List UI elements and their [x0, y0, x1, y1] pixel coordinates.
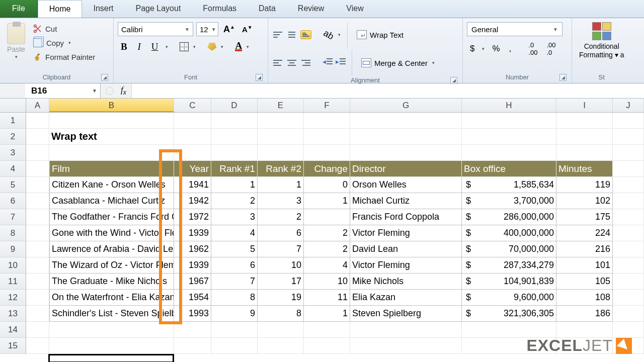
- cell[interactable]: [613, 177, 644, 193]
- cell[interactable]: [462, 113, 556, 129]
- fx-button[interactable]: fx: [121, 85, 126, 97]
- cell[interactable]: 9: [211, 306, 258, 322]
- cell[interactable]: Francis Ford Coppola: [350, 209, 462, 225]
- cell[interactable]: [211, 338, 258, 354]
- cell[interactable]: [174, 145, 211, 161]
- font-launcher[interactable]: ◢: [256, 74, 263, 81]
- cell[interactable]: [174, 113, 211, 129]
- cell[interactable]: 1962: [174, 241, 211, 257]
- cell[interactable]: 1967: [174, 274, 211, 290]
- cell[interactable]: Victor Fleming: [350, 225, 462, 241]
- cell[interactable]: [26, 177, 49, 193]
- cell[interactable]: 2: [304, 241, 350, 257]
- cell[interactable]: $9,600,000: [462, 290, 556, 306]
- tab-file[interactable]: File: [0, 0, 38, 18]
- cell[interactable]: Orson Welles: [350, 177, 462, 193]
- cell[interactable]: [613, 225, 644, 241]
- orientation-dropdown[interactable]: ▾: [337, 32, 342, 37]
- cell[interactable]: $287,334,279: [462, 257, 556, 274]
- accounting-format-button[interactable]: $: [467, 42, 477, 56]
- cell[interactable]: Elia Kazan: [350, 290, 462, 306]
- cell[interactable]: [49, 113, 174, 129]
- cell[interactable]: [26, 145, 49, 161]
- cell[interactable]: [26, 113, 49, 129]
- cell[interactable]: 1: [211, 177, 258, 193]
- cell[interactable]: 5: [211, 241, 258, 257]
- cell[interactable]: 108: [556, 290, 613, 306]
- cell[interactable]: 1: [258, 177, 304, 193]
- cell[interactable]: [350, 113, 462, 129]
- cell[interactable]: Change: [304, 161, 350, 177]
- cell[interactable]: [258, 129, 304, 145]
- cell[interactable]: [26, 306, 49, 322]
- orientation-button[interactable]: ab: [321, 28, 336, 42]
- cell[interactable]: Minutes: [556, 161, 613, 177]
- cell[interactable]: [211, 145, 258, 161]
- cell[interactable]: 8: [211, 290, 258, 306]
- row-header[interactable]: 11: [0, 274, 26, 290]
- cell[interactable]: [462, 322, 556, 338]
- cell[interactable]: [304, 113, 350, 129]
- cell[interactable]: [26, 257, 49, 274]
- cell[interactable]: 8: [258, 306, 304, 322]
- cell[interactable]: $104,901,839: [462, 274, 556, 290]
- cell[interactable]: [26, 129, 49, 145]
- cell[interactable]: $70,000,000: [462, 241, 556, 257]
- cell[interactable]: 216: [556, 241, 613, 257]
- row-header[interactable]: 5: [0, 177, 26, 193]
- cell[interactable]: [613, 209, 644, 225]
- cell[interactable]: [613, 322, 644, 338]
- merge-dropdown[interactable]: ▾: [431, 60, 436, 65]
- select-all-corner[interactable]: [0, 99, 26, 112]
- cell[interactable]: 3: [211, 209, 258, 225]
- align-middle-button[interactable]: [286, 30, 297, 39]
- cell[interactable]: 1: [304, 193, 350, 209]
- cell[interactable]: [174, 322, 211, 338]
- col-header-d[interactable]: D: [211, 99, 258, 112]
- cell[interactable]: Mike Nichols: [350, 274, 462, 290]
- col-header-g[interactable]: G: [350, 99, 462, 112]
- cell[interactable]: [556, 129, 613, 145]
- cell[interactable]: David Lean: [350, 241, 462, 257]
- increase-indent-button[interactable]: [337, 58, 347, 67]
- cell[interactable]: [174, 129, 211, 145]
- cell[interactable]: $286,000,000: [462, 209, 556, 225]
- cell[interactable]: Director: [350, 161, 462, 177]
- name-box[interactable]: B16: [25, 83, 101, 98]
- row-header[interactable]: 1: [0, 113, 26, 129]
- cell[interactable]: [258, 145, 304, 161]
- number-format-combo[interactable]: General▼: [467, 22, 562, 36]
- cell[interactable]: [26, 338, 49, 354]
- cell[interactable]: Steven Spielberg: [350, 306, 462, 322]
- tab-review[interactable]: Review: [287, 0, 335, 18]
- cell[interactable]: [556, 322, 613, 338]
- cell[interactable]: [613, 274, 644, 290]
- cell[interactable]: 19: [258, 290, 304, 306]
- cell[interactable]: Victor Fleming: [350, 257, 462, 274]
- cell[interactable]: 1972: [174, 209, 211, 225]
- cell[interactable]: [613, 193, 644, 209]
- tab-home[interactable]: Home: [38, 0, 83, 18]
- row-header[interactable]: 13: [0, 306, 26, 322]
- cell[interactable]: 186: [556, 306, 613, 322]
- cell[interactable]: 10: [304, 274, 350, 290]
- col-header-h[interactable]: H: [462, 99, 556, 112]
- cell[interactable]: [211, 113, 258, 129]
- cell[interactable]: 7: [211, 274, 258, 290]
- cell[interactable]: 105: [556, 274, 613, 290]
- formula-input[interactable]: [132, 83, 644, 98]
- row-header[interactable]: 10: [0, 257, 26, 274]
- font-size-combo[interactable]: 12▼: [196, 22, 218, 36]
- cell[interactable]: 2: [258, 209, 304, 225]
- cell[interactable]: $3,700,000: [462, 193, 556, 209]
- comma-format-button[interactable]: ,: [506, 42, 515, 56]
- paste-button[interactable]: Paste ▾: [4, 22, 28, 60]
- cell[interactable]: [613, 306, 644, 322]
- cell[interactable]: 1954: [174, 290, 211, 306]
- cell[interactable]: [26, 161, 49, 177]
- cell[interactable]: [211, 322, 258, 338]
- increase-font-button[interactable]: A▲: [221, 23, 237, 36]
- align-bottom-button[interactable]: [300, 30, 311, 39]
- cell[interactable]: Michael Curtiz: [350, 193, 462, 209]
- cell[interactable]: [49, 145, 174, 161]
